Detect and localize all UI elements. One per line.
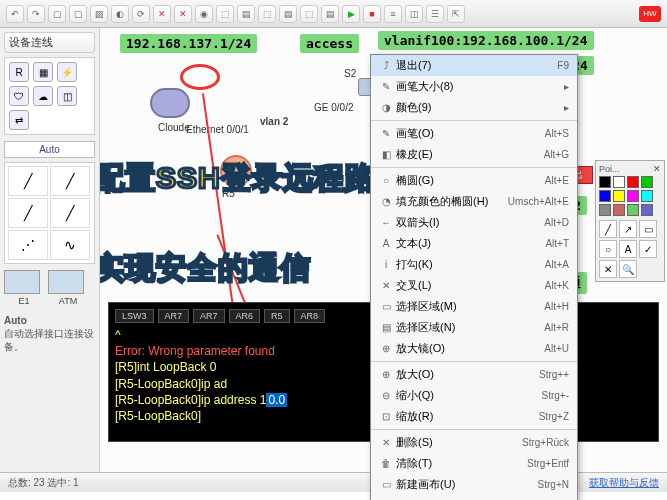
ctx-U[interactable]: ▭ 新建画布(U)Strg+N xyxy=(371,474,577,495)
paint-title: Poi... xyxy=(599,164,620,174)
color-swatch[interactable] xyxy=(627,176,639,188)
label-access: access xyxy=(300,34,359,53)
paint-rect-icon[interactable]: ▭ xyxy=(639,220,657,238)
color-swatch[interactable] xyxy=(641,190,653,202)
tool-delete-icon[interactable]: ✕ xyxy=(153,5,171,23)
link-category-icon[interactable]: ⇄ xyxy=(9,110,29,130)
link-tool-1[interactable]: ╱ xyxy=(8,166,48,196)
tool-undo[interactable]: ↶ xyxy=(6,5,24,23)
tool-3[interactable]: ▢ xyxy=(48,5,66,23)
color-swatch[interactable] xyxy=(599,176,611,188)
ctx-I[interactable]: ← 双箭头(I)Alt+D xyxy=(371,212,577,233)
ctx-9[interactable]: ◑ 颜色(9)▸ xyxy=(371,97,577,118)
tool-start-icon[interactable]: ▶ xyxy=(342,5,360,23)
paint-text-icon[interactable]: A xyxy=(619,240,637,258)
tool-19[interactable]: ≡ xyxy=(384,5,402,23)
node-cloud-label: Cloude xyxy=(158,122,190,133)
wlan-category-icon[interactable]: ⚡ xyxy=(57,62,77,82)
paint-close-icon[interactable]: ✕ xyxy=(653,164,661,174)
color-swatch[interactable] xyxy=(641,176,653,188)
tool-14[interactable]: ▤ xyxy=(279,5,297,23)
tool-11[interactable]: ⬚ xyxy=(216,5,234,23)
ctx-R[interactable]: ⊡ 缩放(R)Strg+Z xyxy=(371,406,577,427)
link-tool-6[interactable]: ∿ xyxy=(50,230,90,260)
link-tool-5[interactable]: ⋰ xyxy=(8,230,48,260)
status-count: 总数: 23 选中: 1 xyxy=(8,476,79,490)
color-swatch[interactable] xyxy=(613,176,625,188)
tool-21[interactable]: ☰ xyxy=(426,5,444,23)
ctx-H[interactable]: ◔ 填充颜色的椭圆(H)Umsch+Alt+E xyxy=(371,191,577,212)
paint-tool-grid: ╱ ↗ ▭ ○ A ✓ ✕ 🔍 xyxy=(599,220,661,278)
paint-check-icon[interactable]: ✓ xyxy=(639,240,657,258)
ctx-G[interactable]: ○ 椭圆(G)Alt+E xyxy=(371,170,577,191)
link-tool-4[interactable]: ╱ xyxy=(50,198,90,228)
color-swatch[interactable] xyxy=(641,204,653,216)
term-tab-r5[interactable]: R5 xyxy=(264,309,290,323)
tool-16[interactable]: ▤ xyxy=(321,5,339,23)
firewall-category-icon[interactable]: 🛡 xyxy=(9,86,29,106)
color-swatch[interactable] xyxy=(627,190,639,202)
vlan2-label: vlan 2 xyxy=(260,116,288,127)
link-tool-2[interactable]: ╱ xyxy=(50,166,90,196)
device-atm[interactable]: ATM xyxy=(48,270,88,306)
ctx-O[interactable]: ⊕ 放大镜(O)Alt+U xyxy=(371,338,577,359)
paint-cross-icon[interactable]: ✕ xyxy=(599,260,617,278)
link-tool-3[interactable]: ╱ xyxy=(8,198,48,228)
tool-delete2-icon[interactable]: ✕ xyxy=(174,5,192,23)
color-swatch[interactable] xyxy=(599,204,611,216)
paint-circle-icon[interactable]: ○ xyxy=(599,240,617,258)
ctx-K[interactable]: i 打勾(K)Alt+A xyxy=(371,254,577,275)
tool-4[interactable]: ▢ xyxy=(69,5,87,23)
ctx-T[interactable]: 🗑 清除(T)Strg+Entf xyxy=(371,453,577,474)
label-ip1: 192.168.137.1/24 xyxy=(120,34,257,53)
ctx-L[interactable]: ✕ 交叉(L)Alt+K xyxy=(371,275,577,296)
ctx-E[interactable]: ◧ 橡皮(E)Alt+G xyxy=(371,144,577,165)
hub-category-icon[interactable]: ◫ xyxy=(57,86,77,106)
tool-10[interactable]: ◉ xyxy=(195,5,213,23)
color-swatch[interactable] xyxy=(613,190,625,202)
tool-15[interactable]: ⬚ xyxy=(300,5,318,23)
term-tab-ar6[interactable]: AR6 xyxy=(229,309,261,323)
ctx-O[interactable]: ✎ 画笔(O)Alt+S xyxy=(371,123,577,144)
term-tab-ar7a[interactable]: AR7 xyxy=(158,309,190,323)
ctx-7[interactable]: ⤴ 退出(7)F9 xyxy=(371,55,577,76)
switch-category-icon[interactable]: ▦ xyxy=(33,62,53,82)
paint-toolbox: Poi...✕ ╱ ↗ ▭ ○ A ✓ ✕ 🔍 xyxy=(595,160,665,282)
ctx-S[interactable]: ✕ 删除(S)Strg+Rück xyxy=(371,432,577,453)
tool-20[interactable]: ◫ xyxy=(405,5,423,23)
tool-6[interactable]: ◐ xyxy=(111,5,129,23)
ctx-M[interactable]: ▭ 选择区域(M)Alt+H xyxy=(371,296,577,317)
term-tab-ar8[interactable]: AR8 xyxy=(294,309,326,323)
ctx-V[interactable]: 🖨 打印(V)...Strg+P xyxy=(371,495,577,500)
node-s2-label: S2 xyxy=(344,68,356,79)
router-category-icon[interactable]: R xyxy=(9,62,29,82)
ctx-N[interactable]: ▤ 选择区域(N)Alt+R xyxy=(371,317,577,338)
color-swatch[interactable] xyxy=(627,204,639,216)
tool-12[interactable]: ▤ xyxy=(237,5,255,23)
paint-arrow-icon[interactable]: ↗ xyxy=(619,220,637,238)
device-sidebar: 设备连线 R ▦ ⚡ 🛡 ☁ ◫ ⇄ Auto ╱ ╱ ╱ ╱ ⋰ ∿ E1 A… xyxy=(0,28,100,472)
paint-zoom-icon[interactable]: 🔍 xyxy=(619,260,637,278)
tool-redo[interactable]: ↷ xyxy=(27,5,45,23)
device-e1[interactable]: E1 xyxy=(4,270,44,306)
main-toolbar: ↶ ↷ ▢ ▢ ▨ ◐ ⟳ ✕ ✕ ◉ ⬚ ▤ ⬚ ▤ ⬚ ▤ ▶ ■ ≡ ◫ … xyxy=(0,0,667,28)
status-help-link[interactable]: 获取帮助与反馈 xyxy=(589,476,659,490)
paint-line-icon[interactable]: ╱ xyxy=(599,220,617,238)
ctx-O[interactable]: ⊕ 放大(O)Strg++ xyxy=(371,364,577,385)
annotation-circle xyxy=(180,64,220,90)
tool-22[interactable]: ⇱ xyxy=(447,5,465,23)
color-swatch[interactable] xyxy=(599,190,611,202)
link-tools: ╱ ╱ ╱ ╱ ⋰ ∿ xyxy=(4,162,95,264)
term-tab-ar7b[interactable]: AR7 xyxy=(193,309,225,323)
color-swatch[interactable] xyxy=(613,204,625,216)
node-cloud[interactable] xyxy=(150,88,190,118)
term-tab-lsw3[interactable]: LSW3 xyxy=(115,309,154,323)
tool-7[interactable]: ⟳ xyxy=(132,5,150,23)
pc-category-icon[interactable]: ☁ xyxy=(33,86,53,106)
tool-stop-icon[interactable]: ■ xyxy=(363,5,381,23)
ctx-8[interactable]: ✎ 画笔大小(8)▸ xyxy=(371,76,577,97)
tool-5[interactable]: ▨ xyxy=(90,5,108,23)
tool-13[interactable]: ⬚ xyxy=(258,5,276,23)
ctx-J[interactable]: A 文本(J)Alt+T xyxy=(371,233,577,254)
ctx-Q[interactable]: ⊖ 缩小(Q)Strg+- xyxy=(371,385,577,406)
